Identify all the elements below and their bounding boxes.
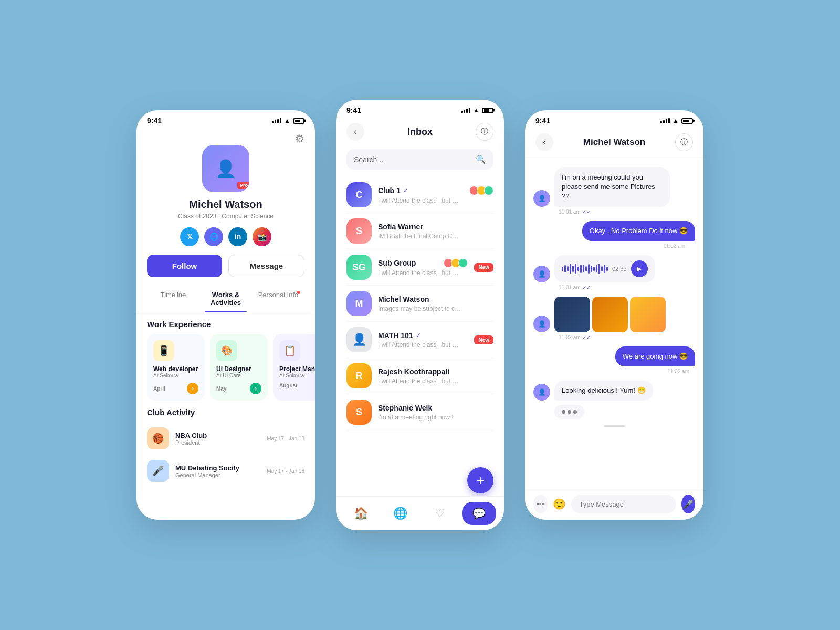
msg-info-1: Sofia Warner IM BBall the Final Comp Cha… [378, 223, 494, 240]
battery-icon-3 [681, 118, 693, 124]
arrow-icon-1[interactable]: › [187, 383, 198, 394]
nav-home[interactable]: 🏠 [341, 497, 381, 530]
info-button[interactable]: ⓘ [476, 123, 494, 141]
work-icon-1: 📱 [153, 340, 174, 361]
msg-name-1: Sofia Warner [378, 223, 423, 231]
msg-avatar-4: 👤 [346, 327, 372, 352]
club-date-1: May 17 - Jan 18 [267, 436, 304, 442]
search-input[interactable] [354, 155, 471, 164]
twitter-icon[interactable]: 𝕏 [180, 227, 199, 246]
follow-button[interactable]: Follow [147, 255, 222, 277]
msg-preview-2: I will Attend the class , but now... [378, 269, 462, 277]
options-button[interactable]: ••• [533, 495, 548, 513]
chat-back-button[interactable]: ‹ [536, 133, 553, 151]
msg-name-3: Michel Watson [378, 295, 429, 303]
work-card-3[interactable]: 📋 Project Man... At Sokorra August [273, 334, 315, 401]
club-role-2: General Manager [175, 472, 260, 478]
check-1: ✓✓ [687, 243, 695, 249]
msg-item-2[interactable]: SG Sub Group I will Attend the class , b… [346, 249, 494, 286]
check-3: ✓✓ [582, 334, 591, 340]
chat-icon-active: 💬 [462, 502, 496, 525]
nav-heart[interactable]: ♡ [420, 497, 459, 530]
web-icon[interactable]: 🌐 [204, 227, 223, 246]
typing-row [533, 405, 695, 419]
fab-button[interactable]: + [467, 467, 494, 494]
inbox-header: ‹ Inbox ⓘ [336, 118, 504, 149]
chat-row-0: 👤 I'm on a meeting could you please send… [533, 167, 695, 215]
nav-globe[interactable]: 🌐 [381, 497, 420, 530]
msg-name-6: Stephanie Welk [378, 404, 432, 412]
tab-timeline[interactable]: Timeline [147, 286, 200, 312]
search-bar[interactable]: 🔍 [346, 149, 494, 170]
notification-dot [297, 291, 300, 294]
typing-indicator [554, 405, 584, 419]
msg-item-1[interactable]: S Sofia Warner IM BBall the Final Comp C… [346, 213, 494, 249]
msg-avatar-1: S [346, 218, 372, 244]
club-item-1[interactable]: 🏀 NBA Club President May 17 - Jan 18 [136, 422, 315, 455]
verified-icon-4: ✓ [416, 332, 421, 339]
profile-phone: 9:41 ▲ ⚙ 👤 Pro Michel Watson Class of 2 [136, 110, 315, 520]
club-item-2[interactable]: 🎤 MU Debating Socity General Manager May… [136, 455, 315, 487]
tab-works[interactable]: Works & Activities [200, 286, 252, 312]
profile-header: ⚙ [136, 128, 315, 145]
msg-row-4: We are going now 😎 [533, 346, 695, 366]
status-icons-1: ▲ [272, 117, 304, 124]
work-card-2[interactable]: 🎨 UI Designer At UI Care May › [210, 334, 268, 401]
status-icons-3: ▲ [660, 117, 693, 124]
gear-icon[interactable]: ⚙ [295, 132, 304, 145]
msg-row-5: 👤 Looking delicious!! Yum! 😁 [533, 381, 695, 401]
msg-preview-4: I will Attend the class , but now... [378, 341, 462, 349]
msg-row-2: 👤 02:33 [533, 255, 695, 282]
chat-title: Michel Watson [583, 137, 645, 148]
chat-row-2: 👤 02:33 [533, 255, 695, 290]
search-icon: 🔍 [476, 154, 486, 164]
msg-time-3: 11:02 am ✓✓ [533, 334, 695, 340]
msg-item-5[interactable]: R Rajesh Koothrappali I will Attend the … [346, 358, 494, 394]
msg-time-0: 11:01 am ✓✓ [533, 209, 695, 215]
new-badge-2: New [474, 263, 494, 272]
message-button[interactable]: Message [228, 255, 304, 277]
msg-item-0[interactable]: C Club 1 ✓ I will Attend the class , but… [346, 177, 494, 213]
signal-icon-2 [461, 108, 470, 113]
msg-info-4: MATH 101 ✓ I will Attend the class , but… [378, 331, 468, 349]
bottom-nav: 🏠 🌐 ♡ 💬 [336, 496, 504, 530]
club-icon-1: 🏀 [147, 427, 169, 449]
scroll-divider [604, 425, 625, 427]
action-buttons: Follow Message [147, 255, 304, 277]
msg-avatar-2: SG [346, 255, 372, 280]
msg-item-4[interactable]: 👤 MATH 101 ✓ I will Attend the class , b… [346, 322, 494, 358]
chat-avatar-3: 👤 [533, 316, 550, 332]
chat-avatar-5: 👤 [533, 384, 550, 401]
instagram-icon[interactable]: 📸 [253, 227, 271, 246]
arrow-icon-2[interactable]: › [250, 383, 261, 394]
time-3: 9:41 [536, 117, 550, 125]
status-bar-2: 9:41 ▲ [336, 100, 504, 118]
msg-item-3[interactable]: M Michel Watson Images may be subject to… [346, 286, 494, 322]
work-experience-title: Work Experience [136, 312, 315, 334]
msg-preview-5: I will Attend the class , but now... [378, 377, 462, 385]
msg-row-1: Okay , No Problem Do it now 😎 [533, 221, 695, 241]
back-button[interactable]: ‹ [346, 123, 364, 141]
mic-button[interactable]: 🎤 [681, 495, 696, 513]
check-4: ✓ [691, 369, 695, 374]
tab-personal[interactable]: Personal Info [252, 286, 304, 312]
club-date-2: May 17 - Jan 18 [267, 468, 304, 474]
profile-subtitle: Class of 2023 , Computer Science [178, 213, 274, 220]
wifi-icon-2: ▲ [473, 107, 479, 114]
club-name-2: MU Debating Socity [175, 464, 260, 472]
emoji-button[interactable]: 🙂 [553, 498, 566, 510]
message-input[interactable] [571, 495, 676, 513]
msg-item-6[interactable]: S Stephanie Welk I'm at a meeting right … [346, 394, 494, 430]
play-button[interactable]: ▶ [631, 260, 648, 277]
chat-row-1: Okay , No Problem Do it now 😎 11:02 am ✓… [533, 221, 695, 249]
check-2: ✓✓ [582, 285, 591, 290]
work-icon-3: 📋 [279, 340, 300, 361]
waveform [562, 264, 608, 274]
wifi-icon-3: ▲ [673, 117, 679, 124]
work-card-1[interactable]: 📱 Web developer At Sekorra April › [147, 334, 205, 401]
message-list: C Club 1 ✓ I will Attend the class , but… [336, 177, 504, 430]
img-thumb-3 [630, 297, 666, 332]
chat-info-button[interactable]: ⓘ [675, 133, 693, 151]
linkedin-icon[interactable]: in [228, 227, 247, 246]
nav-chat-active[interactable]: 💬 [459, 497, 499, 530]
